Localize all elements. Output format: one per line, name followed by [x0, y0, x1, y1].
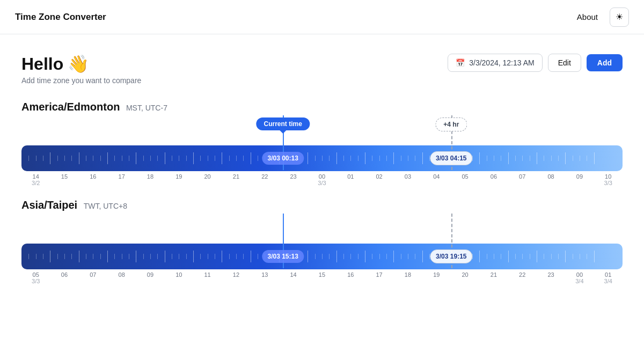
time-label: 23	[279, 173, 308, 186]
theme-toggle-button[interactable]: ☀	[610, 8, 629, 27]
tz-bar-edmonton[interactable]: 3/03 00:133/03 04:15	[21, 145, 623, 171]
time-label: 103/3	[594, 173, 623, 186]
tz-section-edmonton: America/Edmonton MST, UTC-73/03 00:133/0…	[21, 101, 623, 186]
time-label: 07	[79, 271, 107, 284]
time-label: 17	[107, 173, 136, 186]
tz-time-labels-edmonton: 143/2151617181920212223003/3010203040506…	[21, 173, 623, 186]
time-label: 03	[393, 173, 422, 186]
time-label: 23	[537, 271, 565, 284]
time-label: 09	[136, 271, 164, 284]
time-label: 01	[336, 173, 365, 186]
time-label: 16	[79, 173, 107, 186]
hello-right: 📅 3/3/2024, 12:13 AM Edit Add	[448, 54, 623, 72]
time-label: 18	[393, 271, 422, 284]
greeting-subtitle: Add time zone you want to compare	[21, 76, 141, 85]
tz-hover-bubble-edmonton: 3/03 04:15	[430, 151, 472, 165]
datetime-badge: 📅 3/3/2024, 12:13 AM	[448, 54, 542, 72]
tz-timeline-wrapper-edmonton[interactable]: 3/03 00:133/03 04:15143/2151617181920212…	[21, 115, 623, 186]
time-label: 11	[193, 271, 222, 284]
greeting-emoji: 👋	[68, 54, 89, 74]
tz-name-taipei: Asia/Taipei TWT, UTC+8	[21, 199, 623, 211]
datetime-text: 3/3/2024, 12:13 AM	[469, 58, 534, 67]
hello-row: Hello 👋 Add time zone you want to compar…	[21, 54, 623, 85]
greeting-text: Hello	[21, 54, 63, 74]
time-label: 21	[479, 271, 508, 284]
time-label: 09	[565, 173, 594, 186]
time-label: 04	[422, 173, 451, 186]
time-label: 003/3	[308, 173, 336, 186]
time-label: 16	[336, 271, 365, 284]
add-button[interactable]: Add	[587, 54, 623, 71]
tz-section-taipei: Asia/Taipei TWT, UTC+83/03 15:133/03 19:…	[21, 199, 623, 284]
current-time-label: Current time	[257, 117, 310, 130]
time-label: 20	[451, 271, 479, 284]
time-label: 05	[451, 173, 479, 186]
time-label: 18	[136, 173, 164, 186]
app-title: Time Zone Converter	[15, 12, 106, 23]
tz-current-bubble-edmonton: 3/03 00:13	[262, 152, 303, 165]
time-label: 22	[508, 271, 537, 284]
tz-abbr-edmonton: MST, UTC-7	[126, 104, 167, 112]
offset-label: +4 hr	[435, 117, 467, 131]
time-label: 02	[365, 173, 393, 186]
timezone-sections: America/Edmonton MST, UTC-73/03 00:133/0…	[21, 101, 623, 284]
time-label: 20	[193, 173, 222, 186]
time-label: 053/3	[21, 271, 50, 284]
time-label: 15	[308, 271, 336, 284]
tz-name-edmonton: America/Edmonton MST, UTC-7	[21, 101, 623, 113]
time-label: 143/2	[21, 173, 50, 186]
calendar-icon: 📅	[456, 58, 465, 67]
time-label: 19	[422, 271, 451, 284]
sun-icon: ☀	[616, 12, 623, 22]
edit-button[interactable]: Edit	[548, 54, 581, 72]
time-label: 14	[279, 271, 308, 284]
time-label: 06	[50, 271, 78, 284]
time-label: 003/4	[565, 271, 594, 284]
time-label: 08	[107, 271, 136, 284]
time-label: 22	[251, 173, 279, 186]
header-actions: About ☀	[572, 8, 629, 27]
time-label: 10	[165, 271, 193, 284]
time-label: 12	[222, 271, 250, 284]
time-label: 013/4	[594, 271, 623, 284]
tz-time-labels-taipei: 053/306070809101112131415161718192021222…	[21, 271, 623, 284]
tz-timeline-wrapper-taipei[interactable]: 3/03 15:133/03 19:15053/3060708091011121…	[21, 214, 623, 284]
time-label: 07	[508, 173, 537, 186]
tz-current-bubble-taipei: 3/03 15:13	[262, 250, 303, 263]
time-label: 21	[222, 173, 250, 186]
main-content: Hello 👋 Add time zone you want to compar…	[0, 34, 644, 284]
tz-abbr-taipei: TWT, UTC+8	[84, 202, 127, 210]
time-label: 17	[365, 271, 393, 284]
time-label: 15	[50, 173, 78, 186]
greeting-title: Hello 👋	[21, 54, 141, 74]
tz-bar-taipei[interactable]: 3/03 15:133/03 19:15	[21, 244, 623, 269]
about-button[interactable]: About	[572, 9, 603, 25]
time-label: 08	[537, 173, 565, 186]
time-label: 06	[479, 173, 508, 186]
time-label: 19	[165, 173, 193, 186]
tz-hover-bubble-taipei: 3/03 19:15	[430, 249, 472, 263]
app-header: Time Zone Converter About ☀	[0, 0, 644, 34]
hello-left: Hello 👋 Add time zone you want to compar…	[21, 54, 141, 85]
time-label: 13	[251, 271, 279, 284]
